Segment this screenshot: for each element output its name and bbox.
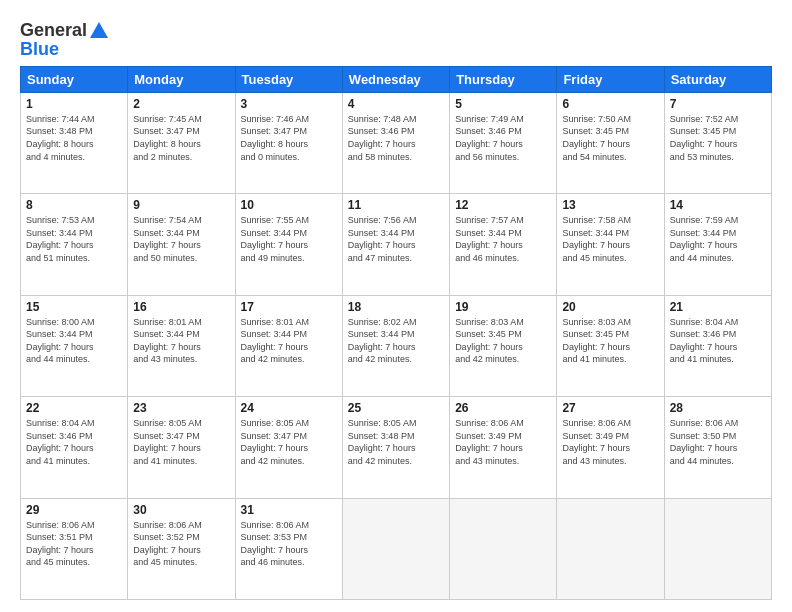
day-info: Sunrise: 7:56 AMSunset: 3:44 PMDaylight:… [348, 214, 444, 264]
day-number: 25 [348, 401, 444, 415]
day-info: Sunrise: 8:06 AMSunset: 3:50 PMDaylight:… [670, 417, 766, 467]
day-info: Sunrise: 8:05 AMSunset: 3:48 PMDaylight:… [348, 417, 444, 467]
day-info: Sunrise: 8:03 AMSunset: 3:45 PMDaylight:… [455, 316, 551, 366]
day-number: 12 [455, 198, 551, 212]
day-info: Sunrise: 8:00 AMSunset: 3:44 PMDaylight:… [26, 316, 122, 366]
day-cell: 27Sunrise: 8:06 AMSunset: 3:49 PMDayligh… [557, 397, 664, 498]
weekday-header-monday: Monday [128, 66, 235, 92]
day-number: 18 [348, 300, 444, 314]
day-number: 23 [133, 401, 229, 415]
day-info: Sunrise: 7:45 AMSunset: 3:47 PMDaylight:… [133, 113, 229, 163]
weekday-header-tuesday: Tuesday [235, 66, 342, 92]
day-cell: 7Sunrise: 7:52 AMSunset: 3:45 PMDaylight… [664, 92, 771, 193]
day-cell: 29Sunrise: 8:06 AMSunset: 3:51 PMDayligh… [21, 498, 128, 599]
day-info: Sunrise: 8:04 AMSunset: 3:46 PMDaylight:… [26, 417, 122, 467]
calendar-page: General Blue SundayMondayTuesdayWednesda… [0, 0, 792, 612]
day-number: 11 [348, 198, 444, 212]
day-cell: 16Sunrise: 8:01 AMSunset: 3:44 PMDayligh… [128, 295, 235, 396]
day-number: 16 [133, 300, 229, 314]
week-row-4: 22Sunrise: 8:04 AMSunset: 3:46 PMDayligh… [21, 397, 772, 498]
day-cell: 12Sunrise: 7:57 AMSunset: 3:44 PMDayligh… [450, 194, 557, 295]
day-info: Sunrise: 7:57 AMSunset: 3:44 PMDaylight:… [455, 214, 551, 264]
day-info: Sunrise: 8:05 AMSunset: 3:47 PMDaylight:… [241, 417, 337, 467]
day-cell: 25Sunrise: 8:05 AMSunset: 3:48 PMDayligh… [342, 397, 449, 498]
day-info: Sunrise: 8:06 AMSunset: 3:49 PMDaylight:… [455, 417, 551, 467]
day-number: 13 [562, 198, 658, 212]
day-info: Sunrise: 8:01 AMSunset: 3:44 PMDaylight:… [133, 316, 229, 366]
day-cell: 26Sunrise: 8:06 AMSunset: 3:49 PMDayligh… [450, 397, 557, 498]
day-cell: 10Sunrise: 7:55 AMSunset: 3:44 PMDayligh… [235, 194, 342, 295]
day-number: 31 [241, 503, 337, 517]
day-cell: 5Sunrise: 7:49 AMSunset: 3:46 PMDaylight… [450, 92, 557, 193]
day-cell: 17Sunrise: 8:01 AMSunset: 3:44 PMDayligh… [235, 295, 342, 396]
day-number: 1 [26, 97, 122, 111]
logo-icon [88, 20, 110, 42]
day-info: Sunrise: 8:02 AMSunset: 3:44 PMDaylight:… [348, 316, 444, 366]
day-cell: 9Sunrise: 7:54 AMSunset: 3:44 PMDaylight… [128, 194, 235, 295]
day-number: 24 [241, 401, 337, 415]
day-info: Sunrise: 8:01 AMSunset: 3:44 PMDaylight:… [241, 316, 337, 366]
day-cell [450, 498, 557, 599]
calendar-table: SundayMondayTuesdayWednesdayThursdayFrid… [20, 66, 772, 600]
day-number: 20 [562, 300, 658, 314]
day-number: 4 [348, 97, 444, 111]
day-cell: 14Sunrise: 7:59 AMSunset: 3:44 PMDayligh… [664, 194, 771, 295]
day-cell: 28Sunrise: 8:06 AMSunset: 3:50 PMDayligh… [664, 397, 771, 498]
day-info: Sunrise: 8:04 AMSunset: 3:46 PMDaylight:… [670, 316, 766, 366]
day-number: 28 [670, 401, 766, 415]
day-cell: 11Sunrise: 7:56 AMSunset: 3:44 PMDayligh… [342, 194, 449, 295]
day-info: Sunrise: 7:58 AMSunset: 3:44 PMDaylight:… [562, 214, 658, 264]
day-number: 21 [670, 300, 766, 314]
day-cell: 3Sunrise: 7:46 AMSunset: 3:47 PMDaylight… [235, 92, 342, 193]
day-cell: 30Sunrise: 8:06 AMSunset: 3:52 PMDayligh… [128, 498, 235, 599]
day-number: 7 [670, 97, 766, 111]
day-info: Sunrise: 8:05 AMSunset: 3:47 PMDaylight:… [133, 417, 229, 467]
week-row-5: 29Sunrise: 8:06 AMSunset: 3:51 PMDayligh… [21, 498, 772, 599]
day-cell: 21Sunrise: 8:04 AMSunset: 3:46 PMDayligh… [664, 295, 771, 396]
week-row-2: 8Sunrise: 7:53 AMSunset: 3:44 PMDaylight… [21, 194, 772, 295]
weekday-header-thursday: Thursday [450, 66, 557, 92]
week-row-3: 15Sunrise: 8:00 AMSunset: 3:44 PMDayligh… [21, 295, 772, 396]
day-cell: 1Sunrise: 7:44 AMSunset: 3:48 PMDaylight… [21, 92, 128, 193]
day-info: Sunrise: 7:44 AMSunset: 3:48 PMDaylight:… [26, 113, 122, 163]
week-row-1: 1Sunrise: 7:44 AMSunset: 3:48 PMDaylight… [21, 92, 772, 193]
day-info: Sunrise: 7:53 AMSunset: 3:44 PMDaylight:… [26, 214, 122, 264]
weekday-header-row: SundayMondayTuesdayWednesdayThursdayFrid… [21, 66, 772, 92]
day-number: 22 [26, 401, 122, 415]
day-number: 19 [455, 300, 551, 314]
day-number: 15 [26, 300, 122, 314]
day-info: Sunrise: 7:49 AMSunset: 3:46 PMDaylight:… [455, 113, 551, 163]
header: General Blue [20, 16, 772, 60]
day-cell: 31Sunrise: 8:06 AMSunset: 3:53 PMDayligh… [235, 498, 342, 599]
day-info: Sunrise: 7:48 AMSunset: 3:46 PMDaylight:… [348, 113, 444, 163]
day-number: 6 [562, 97, 658, 111]
day-number: 29 [26, 503, 122, 517]
day-info: Sunrise: 7:54 AMSunset: 3:44 PMDaylight:… [133, 214, 229, 264]
day-cell: 15Sunrise: 8:00 AMSunset: 3:44 PMDayligh… [21, 295, 128, 396]
day-info: Sunrise: 8:06 AMSunset: 3:49 PMDaylight:… [562, 417, 658, 467]
day-info: Sunrise: 8:06 AMSunset: 3:52 PMDaylight:… [133, 519, 229, 569]
day-cell: 19Sunrise: 8:03 AMSunset: 3:45 PMDayligh… [450, 295, 557, 396]
day-cell [664, 498, 771, 599]
day-cell: 13Sunrise: 7:58 AMSunset: 3:44 PMDayligh… [557, 194, 664, 295]
day-cell: 2Sunrise: 7:45 AMSunset: 3:47 PMDaylight… [128, 92, 235, 193]
day-info: Sunrise: 7:59 AMSunset: 3:44 PMDaylight:… [670, 214, 766, 264]
day-info: Sunrise: 8:06 AMSunset: 3:51 PMDaylight:… [26, 519, 122, 569]
day-info: Sunrise: 7:50 AMSunset: 3:45 PMDaylight:… [562, 113, 658, 163]
day-cell: 22Sunrise: 8:04 AMSunset: 3:46 PMDayligh… [21, 397, 128, 498]
svg-marker-0 [90, 22, 108, 38]
day-number: 9 [133, 198, 229, 212]
weekday-header-friday: Friday [557, 66, 664, 92]
weekday-header-wednesday: Wednesday [342, 66, 449, 92]
day-cell: 20Sunrise: 8:03 AMSunset: 3:45 PMDayligh… [557, 295, 664, 396]
day-cell [342, 498, 449, 599]
day-cell: 23Sunrise: 8:05 AMSunset: 3:47 PMDayligh… [128, 397, 235, 498]
day-cell: 6Sunrise: 7:50 AMSunset: 3:45 PMDaylight… [557, 92, 664, 193]
day-number: 17 [241, 300, 337, 314]
day-number: 3 [241, 97, 337, 111]
day-number: 2 [133, 97, 229, 111]
day-info: Sunrise: 8:06 AMSunset: 3:53 PMDaylight:… [241, 519, 337, 569]
day-cell: 18Sunrise: 8:02 AMSunset: 3:44 PMDayligh… [342, 295, 449, 396]
day-number: 27 [562, 401, 658, 415]
day-info: Sunrise: 7:55 AMSunset: 3:44 PMDaylight:… [241, 214, 337, 264]
